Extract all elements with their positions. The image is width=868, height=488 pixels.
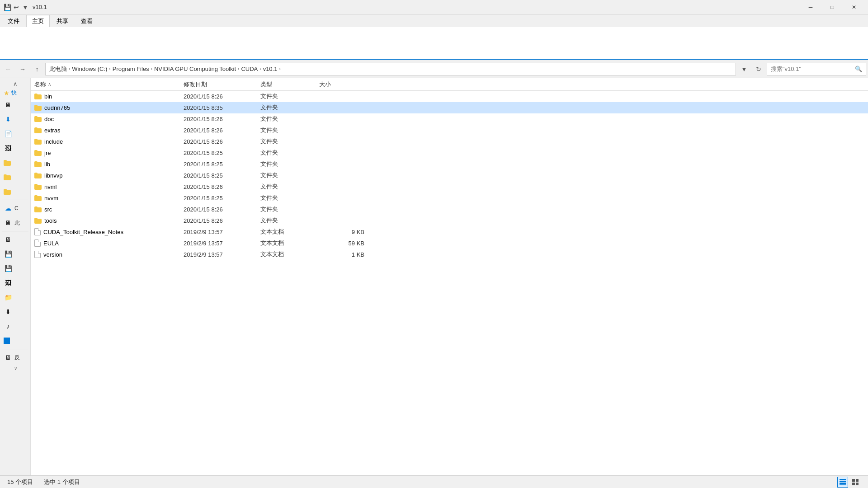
detail-view-button[interactable]	[837, 477, 848, 488]
file-size-cell: 59 KB	[319, 240, 364, 247]
sidebar-scroll-down[interactable]: ∨	[0, 365, 31, 372]
table-row[interactable]: cudnn765 2020/1/15 8:35 文件夹	[31, 102, 868, 113]
sidebar-item-network[interactable]: 🖥 反	[0, 350, 31, 365]
sidebar-network-label: 反	[14, 354, 20, 361]
col-header-size[interactable]: 大小	[319, 80, 364, 89]
file-name-text: src	[44, 206, 52, 213]
breadcrumb-sep-3: ›	[151, 66, 152, 71]
maximize-button[interactable]: □	[822, 0, 843, 14]
col-header-type[interactable]: 类型	[260, 80, 319, 89]
table-row[interactable]: libnvvp 2020/1/15 8:25 文件夹	[31, 170, 868, 181]
save-icon[interactable]: 💾	[4, 4, 11, 11]
sidebar-divider-3	[2, 349, 28, 349]
file-date-cell: 2020/1/15 8:25	[184, 172, 260, 179]
sidebar-item-desktop[interactable]: 🖥	[0, 98, 31, 112]
ribbon-tabs: 文件 主页 共享 查看	[0, 14, 868, 27]
sidebar-item-drive4[interactable]: 🖼	[0, 276, 31, 290]
search-box[interactable]: 🔍	[767, 63, 866, 75]
minimize-button[interactable]: ─	[800, 0, 821, 14]
file-type-cell: 文件夹	[260, 92, 319, 100]
sidebar-item-drive6[interactable]: ⬇	[0, 305, 31, 319]
sidebar-item-downloads[interactable]: ⬇	[0, 112, 31, 127]
sidebar-item-drive8[interactable]	[0, 333, 31, 348]
sidebar-item-drive5[interactable]: 📁	[0, 290, 31, 305]
up-button[interactable]: ↑	[31, 63, 43, 75]
breadcrumb-nvidia[interactable]: NVIDIA GPU Computing Toolkit	[154, 66, 236, 72]
table-row[interactable]: jre 2020/1/15 8:25 文件夹	[31, 147, 868, 159]
col-header-date[interactable]: 修改日期	[184, 80, 260, 89]
tab-view[interactable]: 查看	[75, 15, 99, 27]
sidebar-quick-access[interactable]: ★ 快	[0, 87, 30, 98]
col-header-name[interactable]: 名称 ∧	[34, 80, 184, 89]
table-row[interactable]: src 2020/1/15 8:26 文件夹	[31, 204, 868, 215]
sidebar-item-folder3[interactable]	[0, 184, 31, 199]
file-type-cell: 文件夹	[260, 194, 319, 202]
sidebar-item-folder1[interactable]	[0, 155, 31, 170]
table-row[interactable]: nvvm 2020/1/15 8:25 文件夹	[31, 192, 868, 204]
file-name-cell: cudnn765	[34, 104, 184, 111]
download-icon: ⬇	[4, 115, 13, 124]
table-row[interactable]: nvml 2020/1/15 8:26 文件夹	[31, 181, 868, 192]
file-size-cell: 9 KB	[319, 229, 364, 235]
breadcrumb-cuda[interactable]: CUDA	[241, 66, 258, 72]
table-row[interactable]: tools 2020/1/15 8:26 文件夹	[31, 215, 868, 226]
folder-icon	[34, 116, 42, 122]
col-name-label: 名称	[34, 80, 46, 89]
breadcrumb-c[interactable]: Windows (C:)	[72, 66, 107, 72]
folder-icon	[34, 161, 42, 167]
tab-share[interactable]: 共享	[51, 15, 74, 27]
tab-file[interactable]: 文件	[2, 15, 25, 27]
table-row[interactable]: extras 2020/1/15 8:26 文件夹	[31, 125, 868, 136]
forward-button[interactable]: →	[16, 63, 29, 75]
dropdown-button[interactable]: ▼	[738, 63, 750, 75]
file-name-cell: nvvm	[34, 195, 184, 202]
sidebar-item-drive2[interactable]: 💾	[0, 247, 31, 261]
sidebar-item-drive7[interactable]: ♪	[0, 319, 31, 333]
sidebar-item-cloud[interactable]: ☁ C	[0, 201, 31, 216]
file-name-text: version	[43, 251, 62, 258]
svg-rect-4	[852, 479, 855, 482]
sidebar-scroll-up[interactable]: ∧	[0, 80, 30, 87]
table-row[interactable]: CUDA_Toolkit_Release_Notes 2019/2/9 13:5…	[31, 226, 868, 238]
file-name-text: EULA	[43, 240, 59, 247]
drive-icon-1: 🖥	[4, 235, 13, 244]
undo-icon[interactable]: ↩	[13, 4, 20, 11]
table-row[interactable]: include 2020/1/15 8:26 文件夹	[31, 136, 868, 147]
sidebar-item-documents[interactable]: 📄	[0, 127, 31, 141]
address-bar[interactable]: 此电脑 › Windows (C:) › Program Files › NVI…	[45, 63, 736, 75]
file-name-cell: libnvvp	[34, 172, 184, 179]
svg-rect-2	[840, 483, 846, 484]
quick-access-dropdown[interactable]: ▼	[22, 4, 29, 11]
file-date-cell: 2020/1/15 8:25	[184, 195, 260, 202]
table-row[interactable]: doc 2020/1/15 8:26 文件夹	[31, 113, 868, 125]
close-button[interactable]: ✕	[844, 0, 864, 14]
file-date-cell: 2020/1/15 8:25	[184, 161, 260, 168]
column-headers[interactable]: 名称 ∧ 修改日期 类型 大小	[31, 78, 868, 91]
drive-icon-2: 💾	[4, 249, 13, 258]
table-row[interactable]: bin 2020/1/15 8:26 文件夹	[31, 91, 868, 102]
network-icon: 🖥	[4, 353, 13, 362]
sidebar-item-drive3[interactable]: 💾	[0, 261, 31, 276]
folder-icon	[34, 195, 42, 201]
sidebar-item-folder2[interactable]	[0, 170, 31, 184]
table-row[interactable]: EULA 2019/2/9 13:57 文本文档 59 KB	[31, 238, 868, 249]
folder-icon	[34, 93, 42, 99]
tab-home[interactable]: 主页	[26, 15, 50, 27]
table-row[interactable]: lib 2020/1/15 8:25 文件夹	[31, 159, 868, 170]
back-button[interactable]: ←	[2, 63, 14, 75]
folder-icon	[34, 127, 42, 133]
file-name-cell: src	[34, 206, 184, 213]
breadcrumb-programfiles[interactable]: Program Files	[113, 66, 149, 72]
table-row[interactable]: version 2019/2/9 13:57 文本文档 1 KB	[31, 249, 868, 260]
file-rows-container: bin 2020/1/15 8:26 文件夹 cudnn765 2020/1/1…	[31, 91, 868, 260]
sidebar-item-drive1[interactable]: 🖥	[0, 232, 31, 247]
list-view-button[interactable]	[850, 477, 861, 488]
search-input[interactable]	[771, 66, 853, 72]
file-size-cell: 1 KB	[319, 251, 364, 258]
sidebar-item-pictures[interactable]: 🖼	[0, 141, 31, 155]
refresh-button[interactable]: ↻	[752, 63, 765, 75]
breadcrumb-v101[interactable]: v10.1	[263, 66, 278, 72]
sidebar-item-thispc[interactable]: 🖥 此	[0, 216, 31, 230]
breadcrumb-thispc[interactable]: 此电脑	[49, 65, 67, 73]
file-name-text: nvvm	[44, 195, 58, 202]
